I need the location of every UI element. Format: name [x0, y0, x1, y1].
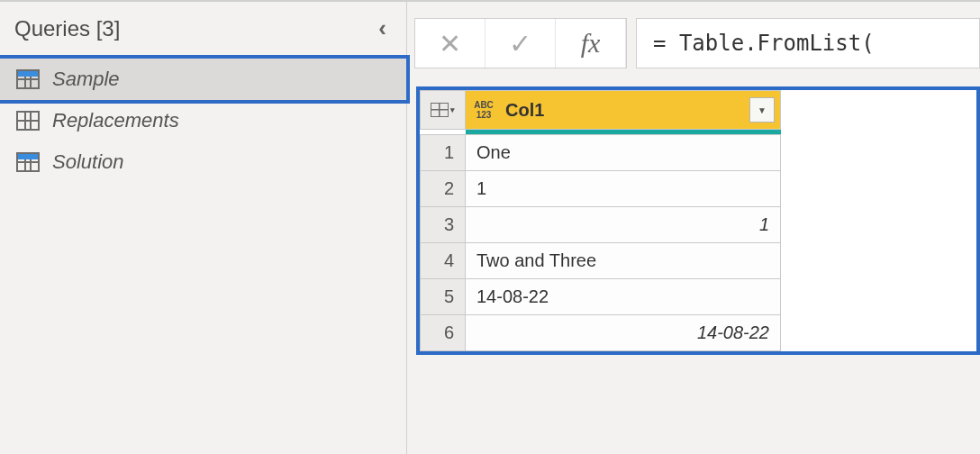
- row-index: 3: [421, 207, 466, 243]
- accept-formula-button[interactable]: ✓: [485, 19, 556, 68]
- datatype-any-icon[interactable]: ABC 123: [466, 91, 502, 129]
- formula-bar: ✕ ✓ fx = Table.FromList(: [414, 18, 980, 68]
- column-filter-button[interactable]: ▼: [749, 97, 775, 123]
- cell-value[interactable]: 14-08-22: [466, 315, 781, 351]
- table-icon: [16, 69, 40, 89]
- cell-value[interactable]: Two and Three: [466, 243, 781, 279]
- query-item-label: Solution: [52, 150, 124, 174]
- query-item-label: Replacements: [52, 109, 179, 132]
- table-row[interactable]: 1One: [421, 135, 781, 171]
- table-icon: [16, 111, 40, 131]
- table-row[interactable]: 31: [421, 207, 781, 243]
- table-row[interactable]: 514-08-22: [421, 279, 781, 315]
- collapse-sidebar-button[interactable]: ‹: [373, 14, 392, 42]
- row-index: 5: [421, 279, 466, 315]
- column-header-col1[interactable]: ABC 123 Col1 ▼: [466, 91, 781, 130]
- table-row[interactable]: 4Two and Three: [421, 243, 781, 279]
- grid-corner[interactable]: ▾: [421, 91, 466, 130]
- query-item-sample[interactable]: Sample: [0, 59, 406, 100]
- main-panel: ✕ ✓ fx = Table.FromList( ▾: [407, 2, 980, 454]
- data-grid: ▾ ABC 123 Col1 ▼: [416, 86, 980, 355]
- formula-input[interactable]: = Table.FromList(: [636, 18, 980, 68]
- queries-header: Queries [3] ‹: [0, 11, 406, 59]
- table-row[interactable]: 21: [421, 171, 781, 207]
- cell-value[interactable]: One: [466, 135, 781, 171]
- table-icon: [16, 152, 40, 172]
- query-item-replacements[interactable]: Replacements: [0, 100, 406, 141]
- row-index: 4: [421, 243, 466, 279]
- query-list: SampleReplacementsSolution: [0, 59, 406, 183]
- query-item-label: Sample: [52, 68, 120, 91]
- queries-title: Queries [3]: [14, 16, 120, 41]
- row-index: 1: [421, 135, 466, 171]
- cell-value[interactable]: 14-08-22: [466, 279, 781, 315]
- chevron-down-icon: ▾: [450, 105, 455, 114]
- queries-sidebar: Queries [3] ‹ SampleReplacementsSolution: [0, 2, 407, 454]
- row-index: 6: [421, 315, 466, 351]
- cancel-formula-button[interactable]: ✕: [415, 19, 485, 68]
- row-index: 2: [421, 171, 466, 207]
- cell-value[interactable]: 1: [466, 171, 781, 207]
- column-name: Col1: [502, 100, 744, 121]
- fx-button[interactable]: fx: [556, 19, 626, 68]
- table-row[interactable]: 614-08-22: [421, 315, 781, 351]
- cell-value[interactable]: 1: [466, 207, 781, 243]
- query-item-solution[interactable]: Solution: [0, 141, 406, 183]
- formula-toolbox: ✕ ✓ fx: [414, 18, 627, 68]
- table-icon: [431, 103, 449, 117]
